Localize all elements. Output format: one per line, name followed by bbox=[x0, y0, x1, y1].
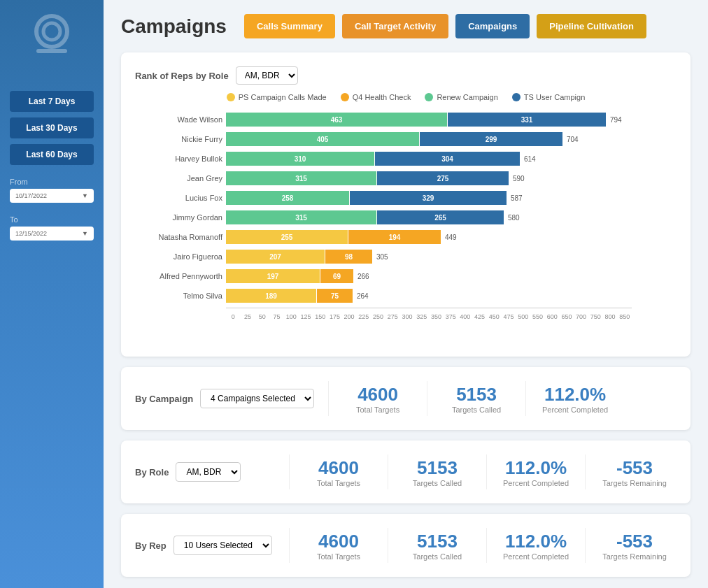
to-label: To bbox=[10, 215, 94, 224]
x-axis-label: 600 bbox=[545, 313, 560, 320]
legend-item: TS User Campign bbox=[512, 93, 585, 101]
by-role-section: By Role AM, BDR bbox=[135, 462, 275, 482]
last-7-days-button[interactable]: Last 7 Days bbox=[10, 91, 94, 112]
svg-point-1 bbox=[43, 23, 60, 40]
role-divider-2 bbox=[388, 454, 388, 489]
bar-segment: 405 bbox=[226, 132, 419, 146]
bar-segment: 69 bbox=[320, 269, 353, 283]
last-60-days-button[interactable]: Last 60 Days bbox=[10, 144, 94, 165]
call-target-activity-button[interactable]: Call Target Activity bbox=[342, 14, 448, 38]
chart-row: Jean Grey315275590 bbox=[226, 171, 677, 186]
legend-item: Q4 Health Check bbox=[341, 93, 411, 101]
bar-group: 315275590 bbox=[226, 171, 525, 185]
x-axis-label: 200 bbox=[342, 313, 357, 320]
chart-area: Wade Wilson463331794Nickie Furry40529970… bbox=[135, 112, 677, 343]
bar-total: 266 bbox=[357, 273, 369, 280]
to-date-input[interactable]: 12/15/2022 ▼ bbox=[10, 227, 94, 241]
bar-segment: 299 bbox=[420, 132, 562, 146]
x-axis-label: 275 bbox=[385, 313, 400, 320]
chart-card: Rank of Reps by Role AM, BDR PS Campaign… bbox=[121, 52, 691, 357]
to-date-value: 12/15/2022 bbox=[15, 230, 47, 237]
last-30-days-button[interactable]: Last 30 Days bbox=[10, 117, 94, 138]
sidebar: Last 7 Days Last 30 Days Last 60 Days Fr… bbox=[0, 0, 104, 588]
x-axis-label: 500 bbox=[516, 313, 530, 320]
campaigns-button[interactable]: Campaigns bbox=[455, 14, 530, 38]
rep-divider-4 bbox=[585, 528, 586, 563]
bar-segment: 304 bbox=[375, 152, 520, 166]
chart-row-label: Alfred Pennyworth bbox=[135, 272, 222, 280]
by-role-targets-called: 5153 Targets Called bbox=[402, 457, 472, 487]
bar-segment: 463 bbox=[226, 113, 447, 127]
svg-rect-2 bbox=[36, 49, 67, 53]
bar-total: 587 bbox=[511, 194, 523, 202]
bar-segment: 189 bbox=[226, 289, 316, 303]
by-role-percent: 112.0% Percent Completed bbox=[501, 457, 571, 487]
rep-divider-2 bbox=[388, 528, 388, 563]
role-divider-1 bbox=[289, 454, 290, 489]
x-axis-label: 800 bbox=[603, 313, 618, 320]
rank-label: Rank of Reps by Role bbox=[135, 71, 229, 81]
x-axis-label: 50 bbox=[255, 313, 269, 320]
x-axis-label: 300 bbox=[400, 313, 415, 320]
chart-header: Rank of Reps by Role AM, BDR bbox=[135, 66, 677, 85]
x-axis-label: 125 bbox=[299, 313, 313, 320]
role-select-2[interactable]: AM, BDR bbox=[176, 462, 241, 482]
chart-row: Nickie Furry405299704 bbox=[226, 131, 677, 147]
stats-divider-2 bbox=[427, 381, 427, 416]
bar-segment: 207 bbox=[226, 250, 325, 264]
x-axis-label: 475 bbox=[502, 313, 516, 320]
bar-total: 305 bbox=[376, 253, 388, 261]
x-axis-label: 75 bbox=[269, 313, 284, 320]
by-role-total-targets: 4600 Total Targets bbox=[304, 457, 374, 487]
pipeline-cultivation-button[interactable]: Pipeline Cultivation bbox=[537, 14, 646, 38]
role-divider-3 bbox=[486, 454, 487, 489]
page-title: Campaigns bbox=[121, 15, 227, 38]
by-campaign-card: By Campaign 4 Campaigns Selected 4600 To… bbox=[121, 367, 691, 430]
calls-summary-button[interactable]: Calls Summary bbox=[244, 14, 335, 38]
x-axis-label: 375 bbox=[444, 313, 458, 320]
bar-total: 264 bbox=[357, 292, 369, 300]
chart-row-label: Jimmy Gordan bbox=[135, 213, 222, 222]
bar-total: 614 bbox=[524, 155, 536, 163]
rep-select[interactable]: 10 Users Selected bbox=[174, 536, 272, 555]
stats-divider-1 bbox=[328, 381, 329, 416]
bar-group: 255194449 bbox=[226, 230, 457, 244]
chart-row-label: Jean Grey bbox=[135, 174, 222, 182]
bar-total: 794 bbox=[610, 116, 622, 124]
chart-row: Natasha Romanoff255194449 bbox=[226, 229, 677, 245]
x-axis-label: 25 bbox=[241, 313, 255, 320]
x-axis-label: 250 bbox=[371, 313, 385, 320]
chart-row: Telmo Silva18975264 bbox=[226, 288, 677, 303]
by-rep-targets-called: 5153 Targets Called bbox=[402, 531, 472, 561]
bar-group: 315265580 bbox=[226, 210, 520, 224]
from-date-input[interactable]: 10/17/2022 ▼ bbox=[10, 189, 94, 203]
x-axis-label: 850 bbox=[617, 313, 632, 320]
by-campaign-section: By Campaign 4 Campaigns Selected bbox=[135, 389, 314, 408]
bar-segment: 310 bbox=[226, 152, 374, 166]
role-select[interactable]: AM, BDR bbox=[236, 66, 298, 85]
bar-segment: 75 bbox=[317, 289, 353, 303]
legend-item: Renew Campaign bbox=[425, 93, 497, 101]
bar-group: 20798305 bbox=[226, 250, 388, 264]
x-axis-label: 450 bbox=[487, 313, 502, 320]
by-role-card: By Role AM, BDR 4600 Total Targets 5153 … bbox=[121, 440, 691, 503]
chart-row: Wade Wilson463331794 bbox=[226, 112, 677, 127]
from-date-value: 10/17/2022 bbox=[15, 192, 47, 199]
bar-segment: 329 bbox=[350, 191, 507, 205]
chart-row-label: Natasha Romanoff bbox=[135, 233, 222, 241]
bar-group: 258329587 bbox=[226, 191, 523, 205]
chart-row-label: Jairo Figueroa bbox=[135, 252, 222, 261]
stats-divider-3 bbox=[525, 381, 526, 416]
chart-legend: PS Campaign Calls MadeQ4 Health CheckRen… bbox=[135, 93, 677, 101]
by-role-stats: By Role AM, BDR 4600 Total Targets 5153 … bbox=[135, 454, 677, 489]
campaigns-select[interactable]: 4 Campaigns Selected bbox=[200, 389, 314, 408]
bar-segment: 197 bbox=[226, 269, 320, 283]
bar-group: 310304614 bbox=[226, 152, 536, 166]
legend-item: PS Campaign Calls Made bbox=[227, 93, 327, 101]
bar-segment: 255 bbox=[226, 230, 348, 244]
bar-segment: 265 bbox=[377, 210, 504, 224]
bar-segment: 98 bbox=[325, 250, 372, 264]
bar-segment: 194 bbox=[348, 230, 441, 244]
bar-total: 590 bbox=[513, 175, 525, 182]
by-rep-remaining: -553 Targets Remaining bbox=[600, 531, 670, 561]
